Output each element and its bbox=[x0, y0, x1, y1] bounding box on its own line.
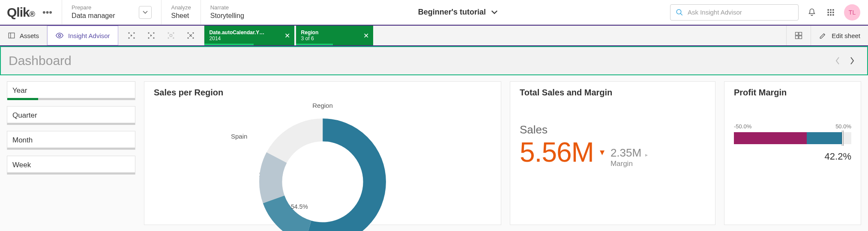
selection-chip-year[interactable]: Date.autoCalendar.Y… 2014 ✕ bbox=[204, 26, 294, 45]
nav-analyze-big: Sheet bbox=[171, 12, 191, 20]
topbar-right: Ask Insight Advisor TL bbox=[662, 0, 868, 24]
kpi-label: Sales bbox=[520, 123, 706, 136]
insight-eye-icon bbox=[55, 31, 64, 40]
card-sales-per-region[interactable]: Sales per Region Region Spain 13.2% 54.5… bbox=[144, 81, 501, 225]
svg-rect-10 bbox=[832, 14, 834, 15]
gauge-bar bbox=[734, 132, 851, 144]
search-icon bbox=[676, 9, 683, 16]
donut-svg bbox=[254, 113, 391, 231]
svg-rect-17 bbox=[796, 36, 799, 39]
sheet-title: Dashboard bbox=[9, 53, 72, 68]
card-total-sales-margin[interactable]: Total Sales and Margin Sales 5.56M ▾ 2.3… bbox=[510, 81, 715, 225]
chart-dimension-label: Region bbox=[154, 102, 491, 109]
clear-all-selections-icon[interactable] bbox=[186, 31, 195, 40]
nav-narrate-big: Storytelling bbox=[210, 12, 244, 20]
gauge-min: -50.0% bbox=[734, 123, 751, 130]
close-icon[interactable]: ✕ bbox=[363, 32, 369, 40]
kpi-sub-value: 2.35M bbox=[611, 146, 641, 159]
app-title-dropdown[interactable]: Beginner's tutorial bbox=[254, 0, 662, 24]
next-sheet-button[interactable] bbox=[845, 53, 859, 68]
trend-down-icon: ▾ bbox=[600, 147, 605, 158]
svg-rect-18 bbox=[799, 36, 802, 39]
filter-pane: Year Quarter Month Week bbox=[7, 81, 135, 225]
selection-tools bbox=[118, 26, 204, 45]
nav-prepare[interactable]: Prepare Data manager bbox=[62, 0, 161, 24]
svg-rect-8 bbox=[828, 14, 829, 15]
insight-advisor-button[interactable]: Insight Advisor bbox=[47, 26, 118, 45]
top-nav: Qlik® ••• Prepare Data manager Analyze S… bbox=[0, 0, 868, 25]
logo-area: Qlik® ••• bbox=[0, 0, 62, 24]
svg-rect-16 bbox=[799, 33, 802, 36]
sheet-grid-button[interactable] bbox=[786, 26, 811, 45]
filter-month[interactable]: Month bbox=[7, 131, 135, 150]
svg-rect-5 bbox=[828, 12, 829, 13]
slice-pct-main: 54.5% bbox=[291, 203, 308, 210]
sheet-body: Year Quarter Month Week Sales per Region… bbox=[0, 75, 868, 231]
slice-label-spain: Spain bbox=[231, 133, 247, 140]
svg-rect-7 bbox=[832, 12, 834, 13]
sheet-grid-icon bbox=[794, 31, 803, 40]
chevron-right-icon bbox=[850, 56, 855, 65]
step-forward-icon[interactable] bbox=[147, 31, 156, 40]
svg-rect-15 bbox=[796, 33, 799, 36]
svg-rect-9 bbox=[830, 14, 831, 15]
filter-quarter[interactable]: Quarter bbox=[7, 106, 135, 125]
donut-chart: Spain 13.2% 54.5% bbox=[154, 113, 491, 225]
filter-year[interactable]: Year bbox=[7, 81, 135, 100]
toolbar-highlight: Assets Insight Advisor Date.autoCalendar… bbox=[0, 25, 868, 46]
nav-analyze-small: Analyze bbox=[171, 4, 191, 11]
app-title: Beginner's tutorial bbox=[418, 8, 486, 17]
selection-chip-region[interactable]: Region 3 of 6 ✕ bbox=[296, 26, 373, 45]
search-placeholder: Ask Insight Advisor bbox=[688, 9, 742, 16]
notifications-button[interactable] bbox=[806, 7, 817, 18]
chevron-left-icon bbox=[835, 56, 840, 65]
chevron-down-icon bbox=[491, 10, 498, 15]
app-menu-button[interactable]: ••• bbox=[40, 7, 55, 18]
trend-indicator-icon: ▸ bbox=[645, 152, 648, 158]
card-title: Profit Margin bbox=[734, 88, 851, 98]
nav-analyze[interactable]: Analyze Sheet bbox=[161, 0, 200, 24]
svg-rect-11 bbox=[9, 33, 15, 38]
sheet-title-bar: Dashboard bbox=[1, 47, 867, 74]
toolbar: Assets Insight Advisor Date.autoCalendar… bbox=[0, 26, 868, 45]
chevron-down-icon bbox=[143, 11, 148, 14]
bell-icon bbox=[807, 8, 817, 17]
nav-prepare-small: Prepare bbox=[72, 4, 115, 11]
card-title: Total Sales and Margin bbox=[520, 88, 706, 98]
edit-sheet-button[interactable]: Edit sheet bbox=[811, 26, 868, 45]
filter-week[interactable]: Week bbox=[7, 156, 135, 175]
gauge-value: 42.2% bbox=[734, 151, 851, 162]
svg-rect-3 bbox=[830, 9, 831, 10]
svg-rect-2 bbox=[828, 9, 829, 10]
card-profit-margin[interactable]: Profit Margin -50.0% 50.0% 42.2% bbox=[724, 81, 861, 225]
svg-rect-4 bbox=[832, 9, 834, 10]
close-icon[interactable]: ✕ bbox=[284, 32, 290, 40]
gauge-max: 50.0% bbox=[835, 123, 851, 130]
pencil-icon bbox=[819, 31, 827, 40]
assets-panel-icon bbox=[8, 32, 15, 39]
nav-prepare-big: Data manager bbox=[72, 12, 115, 20]
nav-narrate-small: Narrate bbox=[210, 4, 244, 11]
apps-grid-button[interactable] bbox=[825, 7, 836, 18]
nav-narrate[interactable]: Narrate Storytelling bbox=[201, 0, 254, 24]
grid-icon bbox=[826, 8, 835, 17]
dashboard-title-highlight: Dashboard bbox=[0, 46, 868, 75]
step-back-icon[interactable] bbox=[127, 31, 136, 40]
kpi-sub-label: Margin bbox=[611, 160, 633, 168]
insight-search[interactable]: Ask Insight Advisor bbox=[670, 4, 799, 21]
svg-point-14 bbox=[170, 34, 172, 37]
kpi-value: 5.56M bbox=[520, 136, 594, 168]
user-avatar[interactable]: TL bbox=[844, 4, 860, 21]
brand-logo: Qlik® bbox=[7, 5, 35, 20]
prev-sheet-button[interactable] bbox=[830, 53, 845, 68]
clear-one-selection-icon bbox=[166, 31, 176, 40]
svg-rect-6 bbox=[830, 12, 831, 13]
svg-point-13 bbox=[59, 35, 61, 37]
assets-button[interactable]: Assets bbox=[0, 26, 47, 45]
svg-point-0 bbox=[676, 9, 681, 14]
card-title: Sales per Region bbox=[154, 88, 491, 98]
svg-line-1 bbox=[680, 13, 682, 15]
prepare-dropdown[interactable] bbox=[139, 6, 152, 19]
